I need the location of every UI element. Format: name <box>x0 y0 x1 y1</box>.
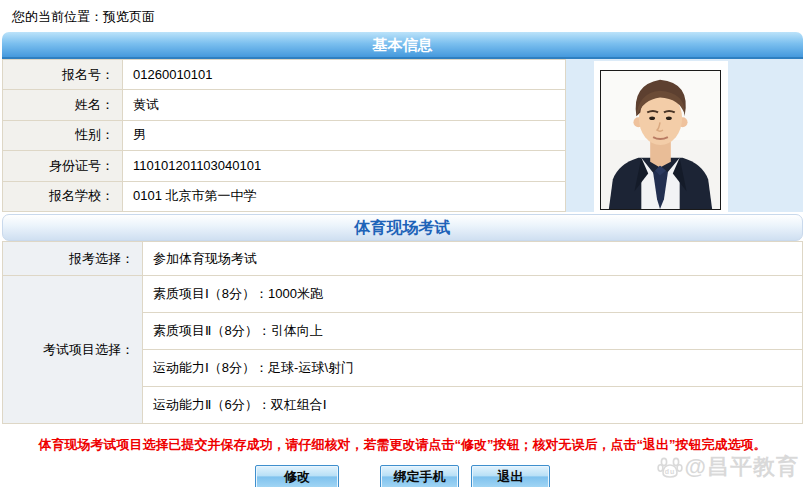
exam-item: 运动能力Ⅱ（6分）：双杠组合Ⅰ <box>143 387 803 424</box>
table-row: 性别： 男 <box>3 120 566 150</box>
field-value: 01260010101 <box>123 60 566 90</box>
baidu-paw-icon: du <box>657 454 683 480</box>
breadcrumb: 您的当前位置：预览页面 <box>0 0 805 32</box>
exam-item: 素质项目Ⅰ（8分）：1000米跑 <box>143 276 803 313</box>
preview-page: 您的当前位置：预览页面 基本信息 报名号： 01260010101 姓名： 黄试… <box>0 0 805 487</box>
table-row: 报名学校： 0101 北京市第一中学 <box>3 181 566 211</box>
field-label: 性别： <box>3 120 123 150</box>
field-value: 男 <box>123 120 566 150</box>
field-label: 报名号： <box>3 60 123 90</box>
basic-info-table: 报名号： 01260010101 姓名： 黄试 性别： 男 身份证号： 1101… <box>2 59 566 212</box>
exam-item: 运动能力Ⅰ（8分）：足球-运球\射门 <box>143 350 803 387</box>
exam-section: 体育现场考试 报考选择： 参加体育现场考试 考试项目选择： 素质项目Ⅰ（8分）：… <box>2 214 803 424</box>
exam-choice-value: 参加体育现场考试 <box>143 242 803 276</box>
table-row: 身份证号： 110101201103040101 <box>3 151 566 181</box>
svg-text:du: du <box>664 468 675 475</box>
exam-items-label: 考试项目选择： <box>3 276 143 424</box>
field-value: 0101 北京市第一中学 <box>123 181 566 211</box>
photo-mat <box>594 61 728 212</box>
field-value: 110101201103040101 <box>123 151 566 181</box>
table-row: 报名号： 01260010101 <box>3 60 566 90</box>
field-label: 姓名： <box>3 90 123 120</box>
field-label: 身份证号： <box>3 151 123 181</box>
watermark-text: @昌平教育 <box>685 452 799 482</box>
table-row: 考试项目选择： 素质项目Ⅰ（8分）：1000米跑 <box>3 276 803 313</box>
exam-section-header: 体育现场考试 <box>2 214 803 241</box>
photo-cell <box>566 59 803 212</box>
exam-table: 报考选择： 参加体育现场考试 考试项目选择： 素质项目Ⅰ（8分）：1000米跑 … <box>2 241 803 424</box>
basic-info-header: 基本信息 <box>2 32 803 59</box>
applicant-photo <box>600 70 721 210</box>
table-row: 报考选择： 参加体育现场考试 <box>3 242 803 276</box>
bind-phone-button[interactable]: 绑定手机 <box>380 465 459 487</box>
exam-item: 素质项目Ⅱ（8分）：引体向上 <box>143 313 803 350</box>
table-row: 姓名： 黄试 <box>3 90 566 120</box>
watermark: du @昌平教育 <box>657 452 799 482</box>
exit-button[interactable]: 退出 <box>471 465 550 487</box>
field-value: 黄试 <box>123 90 566 120</box>
portrait-illustration <box>601 71 720 209</box>
basic-info-section: 基本信息 报名号： 01260010101 姓名： 黄试 性别： 男 身份证号：… <box>2 32 803 212</box>
exam-choice-label: 报考选择： <box>3 242 143 276</box>
field-label: 报名学校： <box>3 181 123 211</box>
modify-button[interactable]: 修改 <box>255 465 339 487</box>
